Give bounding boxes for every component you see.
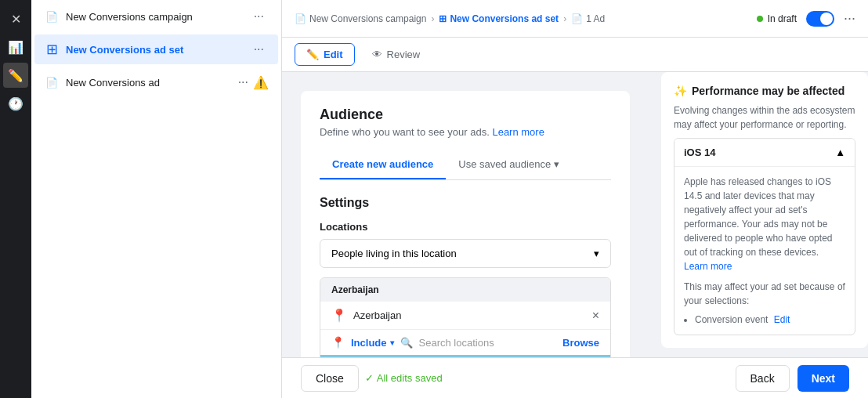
locations-label: Locations [320,221,611,233]
sidebar-item-campaign[interactable]: 📄 New Conversions campaign ··· [34,2,278,31]
search-location-icon: 🔍 [400,337,413,349]
audience-title: Audience [320,107,611,123]
location-item-text: Azerbaijan [353,309,586,321]
location-item: 📍 Azerbaijan × [320,302,610,329]
edit-button[interactable]: ✏️ Edit [295,43,355,66]
main-content: 📄 New Conversions campaign › ⊞ New Conve… [282,0,868,398]
topbar-more-button[interactable]: ··· [844,10,855,27]
breadcrumb-campaign-icon: 📄 [295,13,306,24]
performance-description: Evolving changes within the ads ecosyste… [674,103,855,132]
ios-body: Apple has released changes to iOS 14.5 a… [675,166,855,335]
status-dot [757,16,763,22]
breadcrumb: 📄 New Conversions campaign › ⊞ New Conve… [295,13,750,24]
history-icon-btn[interactable]: 🕐 [3,91,28,116]
location-item-remove[interactable]: × [592,309,599,323]
sidebar-campaign-label: New Conversions campaign [66,11,249,23]
edit-icon: ✏️ [306,49,319,60]
action-bar: ✏️ Edit 👁 Review [282,38,868,72]
breadcrumb-campaign[interactable]: 📄 New Conversions campaign [295,13,426,24]
ios-header[interactable]: iOS 14 ▲ [675,139,855,166]
breadcrumb-ads-icon: 📄 [571,13,583,24]
ios-learn-more-link[interactable]: Learn more [684,261,732,272]
status-label: In draft [768,13,797,24]
bottom-bar: Close ✓ All edits saved Back Next [282,357,868,398]
location-dropdown-chevron: ▾ [594,248,599,259]
toggle-knob [820,13,833,25]
performance-title-text: Performance may be affected [692,85,844,97]
ios-title: iOS 14 [684,147,715,158]
campaign-doc-icon: 📄 [44,9,60,24]
breadcrumb-sep-2: › [563,13,566,24]
next-button[interactable]: Next [797,365,849,392]
audience-subtitle: Define who you want to see your ads. Lea… [320,126,611,138]
close-button[interactable]: Close [301,365,359,392]
saved-label: All edits saved [377,372,443,384]
breadcrumb-adset-icon: ⊞ [439,13,447,24]
breadcrumb-ads[interactable]: 📄 1 Ad [571,13,605,24]
saved-status: ✓ All edits saved [365,372,443,384]
location-header: Azerbaijan [320,278,610,302]
left-icon-bar: ✕ 📊 ✏️ 🕐 [0,0,31,398]
check-icon: ✓ [365,372,374,384]
campaign-sidebar: 📄 New Conversions campaign ··· ⊞ New Con… [31,0,282,398]
review-button[interactable]: 👁 Review [361,44,432,65]
location-dropdown[interactable]: People living in this location ▾ [320,239,611,268]
breadcrumb-campaign-label: New Conversions campaign [309,13,426,24]
include-button[interactable]: Include ▾ [351,337,394,349]
audience-card: Audience Define who you want to see your… [301,91,630,357]
edit-button-label: Edit [324,49,343,60]
analytics-icon-btn[interactable]: 📊 [3,34,28,60]
green-pin-icon: 📍 [331,308,347,323]
bottom-left: Close ✓ All edits saved [301,365,443,392]
close-icon-btn[interactable]: ✕ [3,6,28,31]
sidebar-item-adset[interactable]: ⊞ New Conversions ad set ··· [34,34,278,64]
ios-collapse-icon: ▲ [835,147,845,158]
ad-doc-icon: 📄 [44,74,60,90]
svg-rect-0 [320,355,610,357]
tab-saved-chevron: ▾ [554,158,559,170]
browse-button[interactable]: Browse [562,337,599,349]
content-area: Audience Define who you want to see your… [282,72,868,357]
ios-section: iOS 14 ▲ Apple has released changes to i… [674,138,855,335]
learn-more-link[interactable]: Learn more [492,126,544,138]
location-dropdown-value: People living in this location [331,248,457,259]
adset-more-button[interactable]: ··· [249,41,269,58]
ios-bullet-item: Conversion event Edit [695,313,845,327]
campaign-more-button[interactable]: ··· [249,8,269,25]
breadcrumb-adset[interactable]: ⊞ New Conversions ad set [439,13,559,24]
sidebar-adset-label: New Conversions ad set [66,44,249,56]
sparkle-icon: ✨ [674,85,687,97]
topbar-actions: In draft ··· [757,10,855,27]
right-panel: ✨ Performance may be affected Evolving c… [649,72,868,357]
breadcrumb-ads-label: 1 Ad [586,13,605,24]
include-label: Include [351,337,387,349]
map-area: ✓ Tbilisi ARMENIA AZERBAIJAN Kars Boga [320,355,610,357]
include-pin-icon: 📍 [331,336,345,349]
back-button[interactable]: Back [736,365,790,392]
ios-body-text: Apple has released changes to iOS 14.5 a… [684,176,832,258]
breadcrumb-sep-1: › [431,13,434,24]
ios-edit-link[interactable]: Edit [774,314,790,325]
ios-affected-text: This may affect your ad set because of y… [684,280,845,308]
ad-warning-icon: ⚠️ [253,75,269,90]
review-icon: 👁 [372,49,382,60]
breadcrumb-adset-label: New Conversions ad set [450,13,559,24]
audience-tabs: Create new audience Use saved audience ▾ [320,150,611,180]
settings-section-title: Settings [320,196,611,210]
toggle-switch[interactable] [806,11,834,27]
include-chevron-icon: ▾ [390,338,394,347]
sidebar-item-ad[interactable]: 📄 New Conversions ad ··· ⚠️ [34,67,278,97]
ad-more-button[interactable]: ··· [233,74,253,91]
tab-saved-label: Use saved audience [458,158,551,170]
map-svg: ✓ Tbilisi ARMENIA AZERBAIJAN Kars Boga [320,355,610,357]
tab-saved-audience[interactable]: Use saved audience ▾ [446,150,572,179]
include-row: 📍 Include ▾ 🔍 Browse [320,329,610,355]
tab-create-audience[interactable]: Create new audience [320,150,446,179]
performance-title: ✨ Performance may be affected [674,85,855,97]
audience-subtitle-text: Define who you want to see your ads. [320,126,490,138]
edit-icon-btn[interactable]: ✏️ [3,63,28,88]
search-locations-input[interactable] [419,337,557,349]
adset-icon: ⊞ [44,42,60,57]
sidebar-ad-label: New Conversions ad [66,77,233,89]
top-navigation-bar: 📄 New Conversions campaign › ⊞ New Conve… [282,0,868,38]
